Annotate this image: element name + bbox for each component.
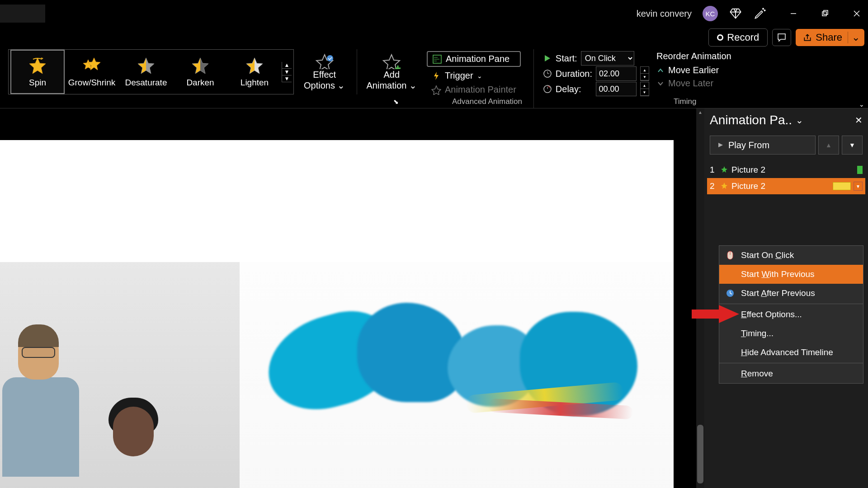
lighten-star-icon	[242, 56, 267, 76]
spin-star-icon	[25, 56, 50, 76]
svg-point-6	[327, 55, 333, 61]
ribbon-collapse-button[interactable]: ⌄	[859, 101, 864, 108]
slide-image-people[interactable]	[0, 262, 240, 488]
svg-marker-19	[718, 143, 723, 147]
pen-sparkle-icon[interactable]	[753, 7, 767, 20]
timing-bar	[833, 182, 851, 190]
play-icon	[543, 54, 552, 63]
svg-rect-2	[824, 10, 828, 14]
duration-down[interactable]: ▼	[641, 74, 649, 80]
animation-gallery: Spin Grow/Shrink Desaturate Darken Light…	[8, 49, 294, 94]
delay-input[interactable]	[596, 82, 637, 96]
gallery-scroll-more[interactable]: ▼	[282, 75, 292, 82]
animation-item-2[interactable]: 2 Picture 2 ▼	[707, 178, 865, 194]
desaturate-star-icon	[133, 56, 159, 76]
gallery-item-grow-shrink[interactable]: Grow/Shrink	[65, 50, 119, 94]
reorder-animation-label: Reorder Animation	[656, 51, 731, 61]
maximize-button[interactable]	[818, 7, 832, 20]
chevron-up-icon	[656, 66, 665, 75]
effect-options-label: EffectOptions ⌄	[304, 69, 345, 91]
panel-dropdown-icon[interactable]: ⌄	[796, 115, 803, 126]
ctx-start-on-click[interactable]: Start On Click	[719, 246, 863, 265]
ctx-start-after-previous[interactable]: Start After Previous	[719, 284, 863, 303]
move-later-button: Move Later	[656, 77, 731, 89]
user-name: kevin convery	[637, 9, 692, 19]
menu-separator	[719, 363, 863, 363]
effect-options-button[interactable]: EffectOptions ⌄	[297, 49, 351, 94]
duration-up[interactable]: ▲	[641, 67, 649, 74]
add-animation-button[interactable]: AddAnimation ⌄	[357, 49, 423, 94]
timing-group: Start: On Click Duration: ▲▼ Delay: ▲▼	[533, 49, 653, 108]
comments-button[interactable]	[772, 29, 791, 46]
ctx-remove[interactable]: Remove	[719, 364, 863, 383]
ctx-start-with-previous[interactable]: Start With Previous	[719, 265, 863, 284]
panel-close-button[interactable]: ✕	[855, 115, 863, 126]
painter-star-icon	[431, 85, 441, 95]
animation-pane-title: Animation Pa.. ⌄	[710, 113, 803, 127]
gallery-item-desaturate[interactable]: Desaturate	[119, 50, 173, 94]
slide-canvas	[0, 140, 674, 488]
gallery-scroll-down[interactable]: ▼	[282, 69, 292, 75]
trigger-button[interactable]: Trigger ⌄	[427, 69, 521, 83]
delay-down[interactable]: ▼	[641, 89, 649, 96]
svg-rect-1	[822, 12, 826, 16]
scroll-thumb[interactable]	[697, 425, 703, 483]
move-earlier-button[interactable]: Move Earlier	[656, 64, 731, 76]
slide-editor[interactable]	[0, 108, 696, 488]
close-button[interactable]	[850, 7, 863, 20]
animation-item-dropdown[interactable]: ▼	[854, 182, 863, 191]
clock-icon	[725, 288, 736, 299]
share-button[interactable]: Share ⌄	[796, 29, 864, 46]
app-tab-placeholder	[0, 5, 45, 23]
lightning-icon	[431, 71, 441, 81]
delay-icon	[543, 84, 552, 94]
animation-item-1[interactable]: 1 Picture 2	[707, 162, 865, 178]
gallery-scroll-up[interactable]: ▲	[282, 62, 292, 69]
annotation-arrow	[692, 303, 741, 325]
play-from-button[interactable]: Play From	[710, 136, 816, 155]
scroll-up-arrow[interactable]: ▲	[696, 108, 704, 116]
start-select[interactable]: On Click	[581, 51, 634, 66]
start-label: Start:	[556, 53, 577, 64]
duration-input[interactable]	[596, 66, 637, 81]
animation-dialog-launcher[interactable]: ⬊	[393, 98, 399, 105]
gallery-item-spin[interactable]: Spin	[10, 50, 65, 94]
action-bar: Record Share ⌄	[0, 27, 868, 47]
ctx-hide-timeline[interactable]: Hide Advanced Timeline	[719, 343, 863, 362]
duration-label: Duration:	[556, 69, 592, 79]
diamond-icon[interactable]	[729, 7, 742, 20]
emphasis-star-icon	[720, 182, 729, 191]
animation-list: 1 Picture 2 2 Picture 2 ▼	[704, 158, 868, 198]
timing-group-label: Timing	[674, 97, 696, 106]
record-button[interactable]: Record	[708, 28, 768, 47]
minimize-button[interactable]	[787, 7, 800, 20]
effect-options-icon	[315, 53, 335, 69]
play-triangle-icon	[717, 142, 724, 148]
gallery-item-lighten[interactable]: Lighten	[227, 50, 282, 94]
add-animation-icon	[382, 53, 401, 69]
panel-move-up[interactable]: ▲	[818, 136, 839, 155]
svg-marker-13	[545, 55, 550, 61]
advanced-animation-group-label: Advanced Animation	[452, 97, 522, 106]
animation-pane-button[interactable]: Animation Pane	[427, 51, 521, 67]
entrance-star-icon	[720, 165, 729, 174]
gallery-scroll: ▲ ▼ ▼	[282, 62, 292, 82]
duration-icon	[543, 69, 552, 78]
delay-label: Delay:	[556, 84, 581, 94]
gallery-item-darken[interactable]: Darken	[173, 50, 227, 94]
record-icon	[717, 34, 723, 41]
darken-star-icon	[188, 56, 213, 76]
delay-up[interactable]: ▲	[641, 82, 649, 89]
add-animation-label: AddAnimation ⌄	[366, 69, 417, 91]
ribbon-animations: Spin Grow/Shrink Desaturate Darken Light…	[0, 47, 868, 108]
vertical-scrollbar[interactable]: ▲	[696, 108, 704, 488]
panel-move-down[interactable]: ▼	[842, 136, 863, 155]
grow-shrink-star-icon	[79, 56, 104, 76]
share-icon	[803, 33, 812, 42]
slide-image-ink[interactable]	[240, 262, 674, 488]
ctx-timing[interactable]: Timing...	[719, 324, 863, 343]
mouse-icon	[725, 250, 736, 261]
svg-marker-25	[692, 305, 739, 323]
user-avatar[interactable]: KC	[703, 6, 718, 21]
timing-bar	[857, 166, 863, 174]
